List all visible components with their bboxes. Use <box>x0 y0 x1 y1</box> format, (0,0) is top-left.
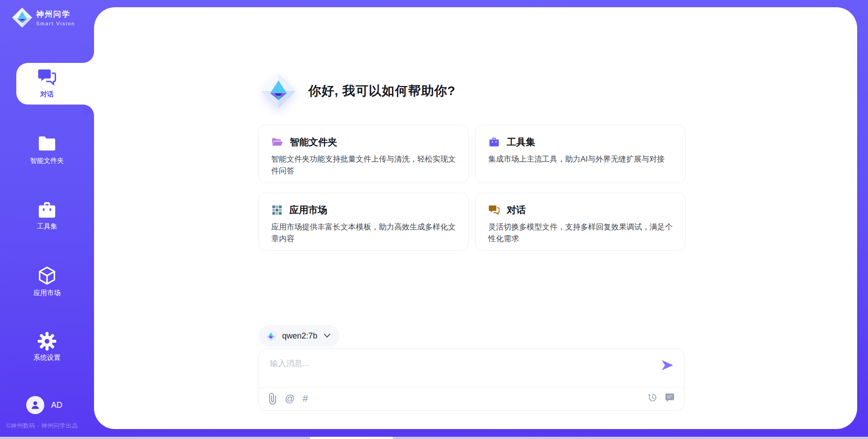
card-title: 应用市场 <box>289 204 327 216</box>
composer-left-tools: @ # <box>268 392 308 405</box>
hash-icon[interactable]: # <box>302 392 308 405</box>
model-selector[interactable]: qwen2:7b <box>259 325 340 347</box>
diamond-logo-icon <box>12 7 33 28</box>
gear-icon <box>37 331 57 352</box>
comment-icon[interactable] <box>665 392 675 403</box>
folder-open-icon <box>271 137 283 148</box>
card-title: 对话 <box>507 204 526 216</box>
avatar <box>26 396 44 414</box>
brand-logo: 神州问学 Smart Vision <box>12 7 75 28</box>
card-title: 智能文件夹 <box>290 136 337 148</box>
user-initials: AD <box>51 401 62 410</box>
sidebar-item-settings-label[interactable]: 系统设置 <box>0 353 94 362</box>
card-toolset[interactable]: 工具集 集成市场上主流工具，助力AI与外界无缝扩展与对接 <box>475 125 686 183</box>
toolbox-icon <box>37 200 57 220</box>
scrollbar-thumb[interactable] <box>310 437 393 439</box>
cube-icon <box>37 265 57 286</box>
toolbox-icon <box>488 137 500 148</box>
brand-subtitle: Smart Vision <box>36 21 75 26</box>
person-icon <box>30 400 41 410</box>
horizontal-scrollbar[interactable] <box>0 437 868 439</box>
main-content-panel: 你好, 我可以如何帮助你? 智能文件夹 智能文件夹功能支持批量文件上传与清洗，轻… <box>94 7 857 429</box>
sidebar-footer-credit: ©神州数码 · 神州问学出品 <box>6 422 78 430</box>
sidebar-item-appmarket[interactable] <box>0 265 94 288</box>
card-description: 应用市场提供丰富长文本模板，助力高效生成多样化文章内容 <box>271 221 456 245</box>
card-description: 灵活切换多模型文件，支持多样回复效果调试，满足个性化需求 <box>488 221 673 245</box>
card-description: 集成市场上主流工具，助力AI与外界无缝扩展与对接 <box>488 153 673 165</box>
diamond-logo-icon <box>260 72 297 110</box>
paperclip-icon[interactable] <box>268 393 277 405</box>
at-icon[interactable]: @ <box>285 392 295 405</box>
card-description: 智能文件夹功能支持批量文件上传与清洗，轻松实现文件问答 <box>271 153 456 177</box>
grid-icon <box>271 205 283 215</box>
chevron-down-icon <box>324 334 330 338</box>
composer-right-tools <box>647 392 675 403</box>
user-profile[interactable]: AD <box>26 396 62 414</box>
send-icon[interactable] <box>660 359 674 372</box>
history-icon[interactable] <box>647 392 658 403</box>
card-smart-folder[interactable]: 智能文件夹 智能文件夹功能支持批量文件上传与清洗，轻松实现文件问答 <box>258 125 469 183</box>
composer-divider <box>259 387 684 388</box>
greeting-text: 你好, 我可以如何帮助你? <box>308 82 456 100</box>
folder-icon <box>37 135 57 152</box>
sidebar-item-folders-label[interactable]: 智能文件夹 <box>0 157 94 165</box>
card-title: 工具集 <box>507 136 535 148</box>
sidebar-item-settings[interactable] <box>0 331 94 353</box>
card-chat[interactable]: 对话 灵活切换多模型文件，支持多样回复效果调试，满足个性化需求 <box>475 193 686 251</box>
chat-icon <box>488 205 500 215</box>
chat-icon <box>38 68 57 86</box>
card-app-market[interactable]: 应用市场 应用市场提供丰富长文本模板，助力高效生成多样化文章内容 <box>258 193 469 251</box>
sidebar-item-chat[interactable] <box>0 68 94 88</box>
hero-greeting: 你好, 我可以如何帮助你? <box>260 72 456 110</box>
tab-fillet-bottom <box>83 105 94 115</box>
brand-name: 神州问学 <box>36 9 75 19</box>
sidebar-item-toolset[interactable] <box>0 200 94 221</box>
feature-cards: 智能文件夹 智能文件夹功能支持批量文件上传与清洗，轻松实现文件问答 工具集 集成… <box>258 125 686 251</box>
tab-fillet-top <box>83 52 94 63</box>
sidebar-item-folders[interactable] <box>0 135 94 154</box>
message-composer: @ # <box>259 348 684 411</box>
sidebar-item-toolset-label[interactable]: 工具集 <box>0 222 94 231</box>
message-input[interactable] <box>269 355 651 372</box>
model-name: qwen2:7b <box>282 331 317 341</box>
sidebar-item-appmarket-label[interactable]: 应用市场 <box>0 289 94 297</box>
sidebar-item-chat-label[interactable]: 对话 <box>0 90 94 99</box>
diamond-logo-icon <box>265 330 277 342</box>
